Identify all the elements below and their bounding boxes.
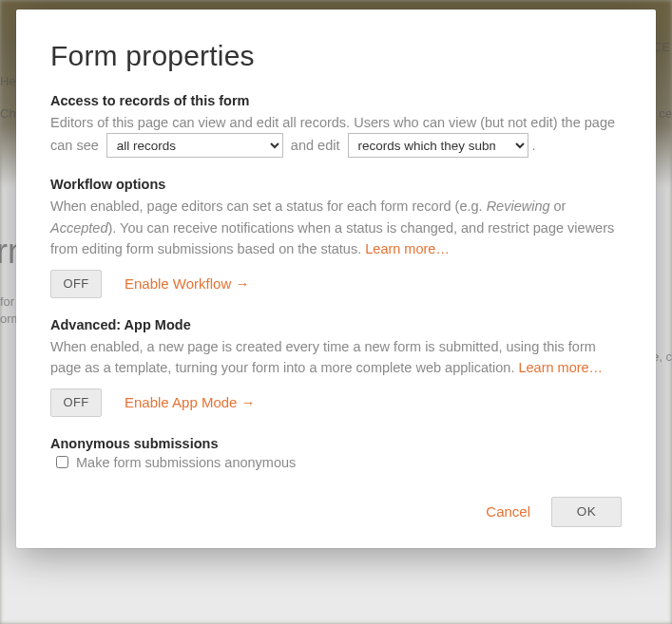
enable-appmode-link[interactable]: Enable App Mode → <box>125 394 256 410</box>
backdrop-noise: ce <box>659 106 672 121</box>
view-records-select[interactable]: all records <box>106 133 283 158</box>
anonymous-checkbox[interactable] <box>56 456 68 468</box>
appmode-desc: When enabled, a new page is created ever… <box>50 339 596 375</box>
edit-records-select[interactable]: records which they submit <box>348 133 528 158</box>
section-access-heading: Access to records of this form <box>50 93 622 108</box>
backdrop-noise: Ch <box>0 106 16 121</box>
backdrop-noise: He <box>0 74 16 88</box>
anonymous-checkbox-row[interactable]: Make form submissions anonymous <box>50 455 622 470</box>
backdrop-noise: for <box>0 294 14 309</box>
access-suffix: . <box>532 138 536 153</box>
section-workflow: Workflow options When enabled, page edit… <box>50 177 622 297</box>
modal-footer: Cancel OK <box>50 497 622 527</box>
workflow-desc-a: When enabled, page editors can set a sta… <box>50 199 487 214</box>
section-access: Access to records of this form Editors o… <box>50 93 622 158</box>
cancel-button[interactable]: Cancel <box>482 500 534 523</box>
appmode-toggle[interactable]: OFF <box>50 388 102 417</box>
workflow-learn-more-link[interactable]: Learn more… <box>365 241 450 256</box>
access-mid-text: and edit <box>291 138 340 153</box>
anonymous-checkbox-label: Make form submissions anonymous <box>76 455 296 470</box>
section-anonymous-heading: Anonymous submissions <box>50 436 622 451</box>
ok-button[interactable]: OK <box>551 497 622 527</box>
workflow-status-reviewing: Reviewing <box>487 199 550 214</box>
section-workflow-body: When enabled, page editors can set a sta… <box>50 196 622 259</box>
modal-title: Form properties <box>50 40 622 72</box>
workflow-toggle[interactable]: OFF <box>50 270 102 298</box>
form-properties-modal: Form properties Access to records of thi… <box>16 9 656 548</box>
workflow-status-accepted: Accepted <box>50 220 107 236</box>
section-access-body: Editors of this page can view and edit a… <box>50 112 622 158</box>
section-appmode-body: When enabled, a new page is created ever… <box>50 336 622 379</box>
appmode-learn-more-link[interactable]: Learn more… <box>518 360 603 375</box>
section-anonymous: Anonymous submissions Make form submissi… <box>50 436 622 470</box>
section-appmode-heading: Advanced: App Mode <box>50 317 622 332</box>
workflow-desc-b: or <box>550 199 566 214</box>
enable-workflow-link[interactable]: Enable Workflow → <box>125 275 249 292</box>
section-appmode: Advanced: App Mode When enabled, a new p… <box>50 317 622 417</box>
section-workflow-heading: Workflow options <box>50 177 622 192</box>
workflow-desc-c: ). You can receive notifications when a … <box>50 220 614 256</box>
